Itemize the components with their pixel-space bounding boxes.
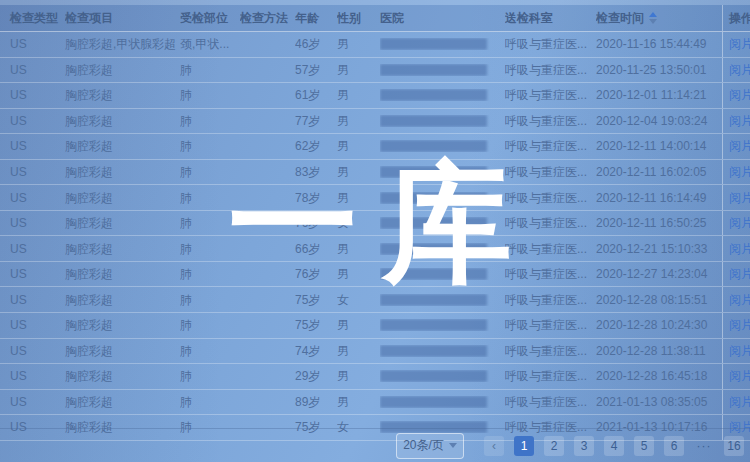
view-images-link[interactable]: 阅片: [729, 32, 750, 56]
column-header-gender: 性别: [337, 5, 380, 31]
column-header-label: 年龄: [295, 5, 319, 31]
cell-age: 57岁: [295, 58, 337, 82]
table-row: US胸腔彩超,甲状腺彩超颈,甲状...46岁男呼吸与重症医...2020-11-…: [0, 32, 750, 58]
cell-gender: 男: [337, 390, 380, 414]
cell-actions: 阅片: [722, 313, 750, 338]
hospital-redacted-value: [380, 166, 487, 178]
hospital-redacted-value: [380, 319, 487, 331]
page-button-1[interactable]: 1: [514, 436, 534, 456]
hospital-redacted-value: [380, 370, 487, 382]
view-images-link[interactable]: 阅片: [729, 58, 750, 82]
chevron-down-icon: [449, 443, 457, 448]
column-header-label: 检查项目: [65, 5, 113, 31]
page-size-select[interactable]: 20条/页: [396, 433, 464, 459]
hospital-redacted-value: [380, 38, 487, 50]
cell-age: 83岁: [295, 160, 337, 184]
cell-time: 2020-12-28 10:24:30: [596, 313, 722, 337]
view-images-link[interactable]: 阅片: [729, 134, 750, 158]
cell-age: 74岁: [295, 339, 337, 363]
cell-gender: 男: [337, 364, 380, 388]
cell-hospital: [380, 115, 505, 127]
hospital-redacted-value: [380, 396, 487, 408]
view-images-link[interactable]: 阅片: [729, 364, 750, 388]
cell-age: 89岁: [295, 390, 337, 414]
cell-age: 62岁: [295, 134, 337, 158]
cell-item: 胸腔彩超,甲状腺彩超: [65, 32, 180, 56]
cell-hospital: [380, 243, 505, 255]
cell-actions: 阅片: [722, 58, 750, 83]
cell-department: 呼吸与重症医...: [505, 160, 596, 184]
column-header-label: 性别: [337, 5, 361, 31]
cell-part: 肺: [180, 262, 240, 286]
view-images-link[interactable]: 阅片: [729, 211, 750, 235]
cell-department: 呼吸与重症医...: [505, 313, 596, 337]
cell-time: 2020-12-27 14:23:04: [596, 262, 722, 286]
cell-hospital: [380, 268, 505, 280]
cell-gender: 男: [337, 186, 380, 210]
page-button-6[interactable]: 6: [664, 436, 684, 456]
page-button-2[interactable]: 2: [544, 436, 564, 456]
cell-department: 呼吸与重症医...: [505, 288, 596, 312]
view-images-link[interactable]: 阅片: [729, 262, 750, 286]
view-images-link[interactable]: 阅片: [729, 237, 750, 261]
column-header-department: 送检科室: [505, 5, 596, 31]
cell-type: US: [0, 58, 65, 82]
column-header-time[interactable]: 检查时间: [596, 5, 722, 31]
cell-time: 2020-12-21 15:10:33: [596, 237, 722, 261]
cell-part: 肺: [180, 313, 240, 337]
sort-carets-icon[interactable]: [649, 12, 657, 24]
table-header-row: 检查类型检查项目受检部位检查方法年龄性别医院送检科室检查时间操作: [0, 5, 750, 32]
column-header-part: 受检部位: [180, 5, 240, 31]
cell-type: US: [0, 339, 65, 363]
cell-item: 胸腔彩超: [65, 339, 180, 363]
cell-gender: 男: [337, 339, 380, 363]
prev-page-button[interactable]: ‹: [484, 436, 504, 456]
view-images-link[interactable]: 阅片: [729, 83, 750, 107]
cell-hospital: [380, 345, 505, 357]
cell-actions: 阅片: [722, 83, 750, 108]
table-row: US胸腔彩超肺66岁男呼吸与重症医...2020-12-21 15:10:33阅…: [0, 236, 750, 262]
cell-part: 肺: [180, 339, 240, 363]
cell-actions: 阅片: [722, 364, 750, 389]
cell-actions: 阅片: [722, 160, 750, 185]
view-images-link[interactable]: 阅片: [729, 288, 750, 312]
view-images-link[interactable]: 阅片: [729, 109, 750, 133]
cell-time: 2020-12-11 16:50:25: [596, 211, 722, 235]
cell-department: 呼吸与重症医...: [505, 58, 596, 82]
column-header-label: 操作: [729, 5, 750, 31]
cell-part: 肺: [180, 160, 240, 184]
cell-type: US: [0, 262, 65, 286]
cell-item: 胸腔彩超: [65, 160, 180, 184]
page-button-16[interactable]: 16: [724, 436, 744, 456]
page-ellipsis-button[interactable]: ···: [694, 436, 714, 456]
cell-actions: 阅片: [722, 390, 750, 415]
hospital-redacted-value: [380, 217, 487, 229]
view-images-link[interactable]: 阅片: [729, 390, 750, 414]
view-images-link[interactable]: 阅片: [729, 339, 750, 363]
page-button-5[interactable]: 5: [634, 436, 654, 456]
cell-time: 2020-12-28 11:38:11: [596, 339, 722, 363]
cell-gender: 男: [337, 32, 380, 56]
cell-type: US: [0, 390, 65, 414]
cell-hospital: [380, 89, 505, 101]
cell-type: US: [0, 313, 65, 337]
cell-actions: 阅片: [722, 185, 750, 210]
cell-time: 2020-12-28 16:45:18: [596, 364, 722, 388]
page-button-3[interactable]: 3: [574, 436, 594, 456]
cell-part: 肺: [180, 134, 240, 158]
view-images-link[interactable]: 阅片: [729, 186, 750, 210]
view-images-link[interactable]: 阅片: [729, 160, 750, 184]
cell-gender: 男: [337, 262, 380, 286]
hospital-redacted-value: [380, 294, 487, 306]
cell-department: 呼吸与重症医...: [505, 32, 596, 56]
cell-type: US: [0, 83, 65, 107]
column-header-age: 年龄: [295, 5, 337, 31]
sort-caret-down-icon: [649, 19, 657, 24]
column-header-label: 检查时间: [596, 5, 644, 31]
cell-hospital: [380, 370, 505, 382]
view-images-link[interactable]: 阅片: [729, 313, 750, 337]
table-row: US胸腔彩超肺78岁男呼吸与重症医...2020-12-11 16:14:49阅…: [0, 185, 750, 211]
column-header-label: 医院: [380, 5, 404, 31]
cell-actions: 阅片: [722, 211, 750, 236]
page-button-4[interactable]: 4: [604, 436, 624, 456]
